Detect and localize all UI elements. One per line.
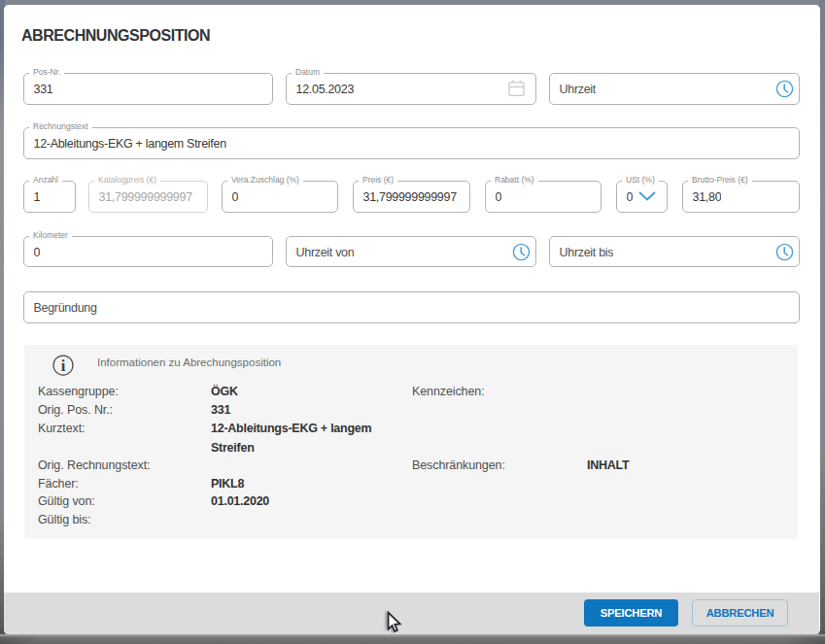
svg-text:i: i (61, 356, 66, 375)
